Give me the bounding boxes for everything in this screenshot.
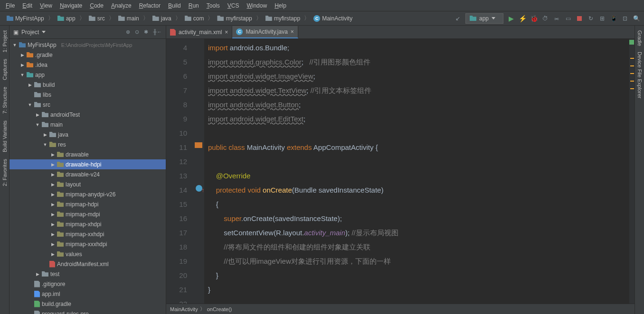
tree-item[interactable]: java xyxy=(9,129,166,139)
search-button[interactable]: 🔍 xyxy=(633,15,640,22)
expand-arrow-icon[interactable] xyxy=(35,122,40,127)
menu-help[interactable]: Help xyxy=(272,1,289,10)
side-tab-captures[interactable]: Captures xyxy=(1,56,9,83)
expand-arrow-icon[interactable] xyxy=(50,162,55,167)
expand-arrow-icon[interactable] xyxy=(50,152,55,157)
tree-item[interactable]: test xyxy=(9,269,166,279)
code-line[interactable]: setContentView(R.layout.activity_main); … xyxy=(208,226,629,240)
warning-mark[interactable] xyxy=(630,73,634,74)
run-button[interactable]: ▶ xyxy=(507,15,515,22)
menu-vcs[interactable]: VCS xyxy=(225,1,242,10)
tree-item[interactable]: layout xyxy=(9,179,166,189)
menu-run[interactable]: Run xyxy=(186,1,202,10)
tree-item[interactable]: app xyxy=(9,70,166,80)
expand-arrow-icon[interactable] xyxy=(50,172,55,177)
breadcrumb-item[interactable]: java xyxy=(150,14,174,23)
tree-item[interactable]: AndroidManifest.xml xyxy=(9,259,166,269)
breadcrumb-item[interactable]: myfirstapp xyxy=(214,14,255,23)
sdk-button[interactable]: ⊞ xyxy=(598,15,606,22)
avd-manager-button[interactable]: 📱 xyxy=(610,15,617,22)
code-line[interactable]: protected void onCreate(Bundle savedInst… xyxy=(208,183,629,197)
tree-item[interactable]: build xyxy=(9,80,166,90)
code-line[interactable]: import android.graphics.Color; //引用图形颜色组… xyxy=(208,55,629,69)
expand-arrow-icon[interactable] xyxy=(50,222,55,227)
apply-changes-button[interactable]: ⚡ xyxy=(519,15,526,22)
tree-item[interactable]: values xyxy=(9,249,166,259)
close-icon[interactable]: × xyxy=(291,28,294,35)
tree-item[interactable]: .gitignore xyxy=(9,279,166,289)
breadcrumb-item[interactable]: com xyxy=(182,14,207,23)
tree-item[interactable]: androidTest xyxy=(9,110,166,120)
code-line[interactable] xyxy=(208,126,629,140)
menu-tools[interactable]: Tools xyxy=(204,1,223,10)
menu-navigate[interactable]: Navigate xyxy=(57,1,85,10)
class-marker-icon[interactable] xyxy=(195,142,202,148)
code-line[interactable]: } xyxy=(208,268,629,283)
expand-arrow-icon[interactable] xyxy=(50,242,55,247)
code-line[interactable]: import android.os.Bundle; xyxy=(208,41,629,55)
tree-item[interactable]: app.iml xyxy=(9,289,166,299)
expand-arrow-icon[interactable] xyxy=(43,142,47,147)
tree-item[interactable]: mipmap-anydpi-v26 xyxy=(9,189,166,199)
menu-build[interactable]: Build xyxy=(165,1,184,10)
dropdown-icon[interactable] xyxy=(42,31,46,33)
tree-item[interactable]: MyFirstAppE:\AndroidProjects\MyFirstApp xyxy=(9,40,166,50)
breadcrumb-item[interactable]: myfirstapp xyxy=(263,14,303,23)
side-tab-build-variants[interactable]: Build Variants xyxy=(1,118,9,155)
close-icon[interactable]: × xyxy=(225,29,228,36)
expand-arrow-icon[interactable] xyxy=(50,232,55,237)
warning-mark[interactable] xyxy=(630,88,634,89)
side-tab-gradle[interactable]: Gradle xyxy=(636,28,644,49)
tree-item[interactable]: .gradle xyxy=(9,50,166,60)
expand-arrow-icon[interactable] xyxy=(50,202,55,207)
side-tab-project[interactable]: 1: Project xyxy=(1,28,9,55)
expand-arrow-icon[interactable] xyxy=(20,53,25,57)
hide-icon[interactable]: ╫← xyxy=(153,29,162,35)
menu-code[interactable]: Code xyxy=(87,1,106,10)
code-line[interactable]: @Override xyxy=(208,169,629,183)
code-line[interactable]: super.onCreate(savedInstanceState); xyxy=(208,212,629,226)
sync-icon[interactable]: ↙ xyxy=(454,15,462,22)
code-line[interactable] xyxy=(208,155,629,169)
tree-item[interactable]: proguard-rules.pro xyxy=(9,309,166,314)
expand-arrow-icon[interactable] xyxy=(20,63,25,67)
editor-tab[interactable]: activity_main.xml× xyxy=(166,26,232,38)
run-config-selector[interactable]: app xyxy=(465,13,503,24)
side-tab-favorites[interactable]: 2: Favorites xyxy=(1,156,9,189)
breadcrumb-item[interactable]: main xyxy=(115,14,142,23)
menu-analyze[interactable]: Analyze xyxy=(108,1,134,10)
breadcrumb-item[interactable]: MyFirstApp xyxy=(4,14,47,23)
avd-button[interactable]: ▭ xyxy=(564,15,572,22)
expand-arrow-icon[interactable] xyxy=(50,182,55,187)
tree-item[interactable]: libs xyxy=(9,90,166,100)
code-line[interactable] xyxy=(208,297,629,304)
tree-item[interactable]: drawable xyxy=(9,149,166,159)
attach-button[interactable]: ⫘ xyxy=(553,15,560,22)
tree-item[interactable]: res xyxy=(9,139,166,149)
tree-item[interactable]: mipmap-xxhdpi xyxy=(9,229,166,239)
code-line[interactable]: public class MainActivity extends AppCom… xyxy=(208,140,629,155)
tree-item[interactable]: mipmap-xxxhdpi xyxy=(9,239,166,249)
code-line[interactable]: { xyxy=(208,197,629,212)
code-line[interactable]: import android.widget.Button; xyxy=(208,98,629,112)
expand-arrow-icon[interactable] xyxy=(35,272,40,277)
menu-file[interactable]: File xyxy=(3,1,18,10)
breadcrumb-item[interactable]: CMainActivity xyxy=(311,14,355,23)
expand-arrow-icon[interactable] xyxy=(28,102,32,107)
tree-item[interactable]: mipmap-mdpi xyxy=(9,209,166,219)
breadcrumb-item[interactable]: onCreate() xyxy=(207,306,232,312)
settings-icon[interactable]: ✱ xyxy=(144,29,148,35)
warning-mark[interactable] xyxy=(630,58,634,59)
code-line[interactable]: } xyxy=(208,283,629,297)
tree-item[interactable]: drawable-hdpi xyxy=(9,159,166,169)
menu-refactor[interactable]: Refactor xyxy=(136,1,163,10)
expand-arrow-icon[interactable] xyxy=(28,83,32,87)
code-area[interactable]: import android.os.Bundle;import android.… xyxy=(204,39,629,304)
breadcrumb-item[interactable]: MainActivity xyxy=(170,306,198,312)
tree-item[interactable]: mipmap-hdpi xyxy=(9,199,166,209)
project-tree[interactable]: MyFirstAppE:\AndroidProjects\MyFirstApp.… xyxy=(9,39,166,314)
warning-mark[interactable] xyxy=(630,65,634,66)
side-tab-device-file-explorer[interactable]: Device File Explorer xyxy=(636,49,644,101)
stop-button[interactable] xyxy=(576,15,583,22)
expand-arrow-icon[interactable] xyxy=(50,192,55,197)
